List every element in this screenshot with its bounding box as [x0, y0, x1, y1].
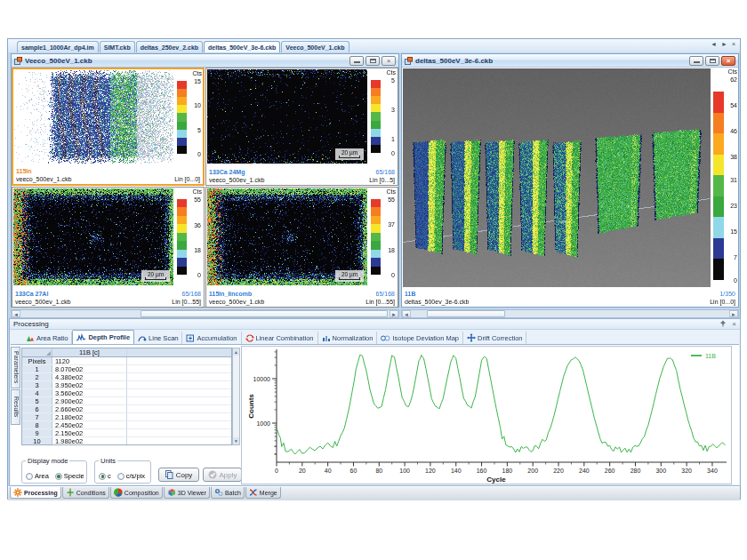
colorbar-tick: 5: [197, 126, 201, 132]
table-row[interactable]: Pixels1120: [22, 357, 231, 365]
document-tab[interactable]: SIMT.ckb: [100, 41, 135, 52]
svg-text:100: 100: [399, 468, 410, 474]
ion-image-panel-115In[interactable]: Cts 151050 115In veeco_500ev_1.ckbLin [0…: [12, 68, 205, 186]
colorbar-units: Cts: [193, 70, 203, 76]
table-row[interactable]: 33.950e02: [22, 381, 231, 389]
results-table[interactable]: 11B [c]Pixels112018.070e0224.380e0233.95…: [21, 348, 232, 445]
display-mode-group: Display mode AreaSpecie: [21, 460, 87, 484]
scale-mode-label: Lin [0...55]: [172, 299, 201, 305]
linescan-icon: [138, 334, 147, 342]
colorbar-tick: 0: [197, 272, 201, 278]
colorbar-tick: 62: [730, 76, 737, 83]
svg-text:160: 160: [477, 468, 487, 474]
prev-tab-icon[interactable]: ◄: [711, 41, 717, 47]
maximize-button[interactable]: [705, 56, 719, 66]
apply-button[interactable]: Apply: [203, 468, 242, 482]
svg-text:340: 340: [707, 468, 718, 474]
minimize-button[interactable]: [689, 56, 703, 66]
processing-tab-linear-combination[interactable]: Linear Combination: [242, 332, 318, 344]
document-tab[interactable]: sample1_1000Ar_dp4.im: [17, 41, 99, 52]
volume-render-11B[interactable]: [403, 68, 711, 287]
table-scrollbar[interactable]: ▲▼: [232, 348, 240, 445]
close-tab-icon[interactable]: ×: [732, 41, 735, 47]
table-row[interactable]: 92.150e02: [22, 429, 231, 437]
tab-parameters[interactable]: Parameters: [11, 347, 20, 388]
bottom-tab-batch[interactable]: Batch: [211, 487, 245, 499]
scalebar: 20 µm: [335, 270, 364, 282]
colorbar-units: Cts: [387, 188, 397, 195]
minimize-button[interactable]: [349, 56, 364, 66]
bottom-tab-merge[interactable]: Merge: [245, 487, 281, 499]
table-row[interactable]: 101.980e02: [22, 437, 231, 445]
colorbar-tick: 1: [391, 135, 395, 141]
processing-body: Parameters Results 11B [c]Pixels112018.0…: [11, 344, 739, 484]
processing-tab-area-ratio[interactable]: Area Ratio: [22, 332, 72, 344]
scalebar: 20 µm: [141, 270, 170, 282]
merge-icon: [249, 488, 258, 497]
ion-image-panel-133Ca24Mg[interactable]: 20 µm Cts 5310 133Ca 24Mg65/168 veeco_50…: [205, 68, 398, 186]
file-label: veeco_500ev_1.ckb: [16, 176, 71, 182]
radio-area[interactable]: Area: [26, 472, 49, 480]
document-tab[interactable]: deltas_250ev_2.ckb: [136, 41, 203, 52]
copy-button[interactable]: Copy: [158, 468, 199, 482]
drift-icon: [467, 333, 476, 342]
processing-tab-drift-correction[interactable]: Drift Correction: [463, 332, 526, 344]
ion-image-115In[interactable]: [14, 70, 173, 164]
radio-specie[interactable]: Specie: [55, 472, 84, 480]
svg-text:240: 240: [579, 468, 590, 474]
svg-text:320: 320: [681, 468, 692, 474]
radio-cspix[interactable]: c/s/pix: [117, 472, 145, 480]
colorbar-gradient: [371, 199, 381, 275]
bottom-tab-conditions[interactable]: Conditions: [62, 487, 109, 499]
colorbar-tick: 18: [388, 247, 395, 253]
colorbar-tick: 31: [730, 177, 737, 183]
radio-c[interactable]: c: [99, 472, 111, 480]
bottom-tab-processing[interactable]: Processing: [10, 487, 61, 499]
table-row[interactable]: 18.070e02: [22, 365, 231, 373]
processing-tab-line-scan[interactable]: Line Scan: [134, 332, 182, 344]
next-tab-icon[interactable]: ►: [721, 41, 727, 47]
table-row[interactable]: 82.450e02: [22, 421, 231, 429]
svg-text:80: 80: [375, 468, 382, 474]
file-label: veeco_500ev_1.ckb: [15, 299, 70, 305]
processing-tab-isotope-deviation-map[interactable]: Isotope Deviation Map: [377, 332, 463, 344]
processing-tab-accumulation[interactable]: Accumulation: [182, 332, 241, 344]
document-tab[interactable]: deltas_500eV_3e-6.ckb: [204, 41, 280, 52]
window-veeco-titlebar[interactable]: Veeco_500eV_1.ckb ×: [12, 54, 398, 68]
ion-image-panel-133Ca27Al[interactable]: 20 µm Cts 5536180 133Ca 27Al65/168 veeco…: [12, 187, 205, 308]
colorbar-units: Cts: [728, 68, 738, 75]
processing-tab-depth-profile[interactable]: Depth Profile: [72, 330, 134, 344]
document-tab[interactable]: Veeco_500eV_1.ckb: [281, 41, 349, 52]
close-button[interactable]: ×: [721, 56, 735, 66]
table-row[interactable]: 62.660e02: [22, 405, 231, 413]
file-label: veeco_500ev_1.ckb: [209, 177, 264, 183]
window-deltas-titlebar[interactable]: deltas_500eV_3e-6.ckb ×: [402, 54, 738, 68]
svg-text:140: 140: [451, 468, 462, 474]
application-window: sample1_1000Ar_dp4.imSIMT.ckbdeltas_250e…: [7, 38, 741, 500]
close-panel-icon[interactable]: ×: [732, 320, 736, 328]
table-row[interactable]: 72.180e02: [22, 413, 231, 421]
table-row[interactable]: 24.380e02: [22, 373, 231, 381]
mdi-area: Veeco_500eV_1.ckb × Cts 151050 115In vee…: [9, 52, 739, 309]
pin-icon[interactable]: [719, 320, 727, 328]
scale-mode-label: Lin [0...55]: [365, 299, 395, 305]
tab-results[interactable]: Results: [11, 389, 20, 425]
bottom-tab-3d-viewer[interactable]: 3D Viewer: [164, 487, 210, 499]
bottom-tab-composition[interactable]: Composition: [110, 487, 163, 499]
table-row[interactable]: 52.900e02: [22, 397, 231, 405]
horizontal-scrollbar-right[interactable]: ◄►: [401, 309, 739, 318]
svg-text:11B: 11B: [705, 353, 716, 359]
table-row[interactable]: 43.560e02: [22, 389, 231, 397]
processing-tab-normalization[interactable]: Normalization: [318, 332, 378, 344]
arearatio-icon: [26, 334, 35, 342]
ion-image-panel-115In-lincomb[interactable]: 20 µm Cts 5537180 115In_lincomb65/168 ve…: [205, 187, 398, 308]
colorbar-gradient: [177, 81, 187, 154]
close-button[interactable]: ×: [382, 56, 396, 66]
depth-profile-chart[interactable]: 1000100000204060801001201401601802002202…: [241, 346, 732, 484]
svg-text:0: 0: [275, 468, 278, 474]
colorbar-units: Cts: [387, 69, 397, 76]
maximize-button[interactable]: [365, 56, 380, 66]
horizontal-scrollbar-left[interactable]: ◄►: [11, 309, 399, 318]
colorbar-tick: 37: [388, 220, 395, 227]
colorbar-tick: 54: [730, 102, 737, 108]
